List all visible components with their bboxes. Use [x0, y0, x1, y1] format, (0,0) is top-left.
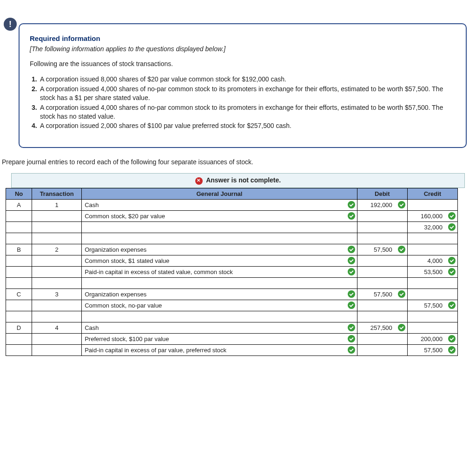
- cell-txn[interactable]: 1: [32, 199, 82, 210]
- cell-no[interactable]: C: [6, 288, 32, 300]
- cell-no[interactable]: D: [6, 322, 32, 333]
- info-item-4: 4. A corporation issued 2,000 shares of …: [32, 121, 456, 130]
- instruction-text: Prepare journal entries to record each o…: [2, 158, 476, 166]
- cell-account[interactable]: Cash: [82, 199, 345, 210]
- cell-credit[interactable]: 57,500: [407, 300, 445, 311]
- table-row: Preferred stock, $100 par value 200,000: [6, 333, 458, 344]
- cell-credit[interactable]: 32,000: [407, 221, 445, 233]
- cell-credit[interactable]: 4,000: [407, 255, 445, 266]
- cell-credit[interactable]: 200,000: [407, 333, 445, 344]
- info-list: 1. A corporation issued 8,000 shares of …: [30, 75, 456, 130]
- table-header-row: No Transaction General Journal Debit Cre…: [6, 188, 458, 199]
- cell-debit[interactable]: 57,500: [357, 244, 395, 255]
- cell-check: [395, 199, 408, 210]
- check-icon: [448, 257, 456, 264]
- cell-account[interactable]: Common stock, $1 stated value: [82, 255, 345, 266]
- cell-txn[interactable]: 3: [32, 288, 82, 300]
- table-row: Paid-in capital in excess of par value, …: [6, 344, 458, 355]
- required-info-box: Required information [The following info…: [19, 23, 467, 148]
- info-item-2: 2. A corporation issued 4,000 shares of …: [32, 85, 456, 102]
- check-icon: [398, 201, 405, 208]
- table-row: Common stock, no-par value 57,500: [6, 300, 458, 311]
- check-icon: [448, 346, 456, 354]
- check-icon: [348, 290, 355, 298]
- cell-credit[interactable]: 57,500: [407, 344, 445, 355]
- check-icon: [348, 335, 355, 342]
- cell-debit[interactable]: 257,500: [357, 322, 395, 333]
- cell-debit[interactable]: 192,000: [357, 199, 395, 210]
- cell-account[interactable]: Common stock, $20 par value: [82, 210, 345, 221]
- check-icon: [348, 302, 355, 309]
- cell-no[interactable]: A: [6, 199, 32, 210]
- check-icon: [348, 257, 355, 264]
- cell-check: [345, 199, 357, 210]
- table-row: Common stock, $1 stated value 4,000: [6, 255, 458, 266]
- cell-account[interactable]: Organization expenses: [82, 244, 345, 255]
- answer-status-bar: Answer is not complete.: [11, 173, 465, 188]
- error-icon: [195, 177, 203, 185]
- table-row: B 2 Organization expenses 57,500: [6, 244, 458, 255]
- table-row: Paid-in capital in excess of stated valu…: [6, 266, 458, 277]
- table-row: Common stock, $20 par value 160,000: [6, 210, 458, 221]
- check-icon: [448, 212, 456, 220]
- check-icon: [348, 246, 355, 253]
- col-debit: Debit: [357, 188, 407, 199]
- table-row: C 3 Organization expenses 57,500: [6, 288, 458, 300]
- table-row-blank: [6, 311, 458, 322]
- table-row-blank: [6, 277, 458, 288]
- alert-icon: !: [4, 18, 17, 31]
- check-icon: [448, 268, 456, 275]
- journal-section: Answer is not complete. No Transaction G…: [6, 173, 470, 355]
- cell-account[interactable]: Organization expenses: [82, 288, 345, 300]
- check-icon: [348, 212, 355, 220]
- table-row-blank: [6, 233, 458, 244]
- cell-txn[interactable]: 2: [32, 244, 82, 255]
- cell-account[interactable]: Common stock, no-par value: [82, 300, 345, 311]
- check-icon: [348, 268, 355, 275]
- cell-credit[interactable]: [407, 199, 445, 210]
- check-icon: [398, 246, 405, 253]
- table-row: A 1 Cash 192,000: [6, 199, 458, 210]
- check-icon: [348, 346, 355, 354]
- info-subtitle: [The following information applies to th…: [30, 45, 456, 53]
- check-icon: [448, 302, 456, 309]
- col-credit: Credit: [407, 188, 457, 199]
- table-row: D 4 Cash 257,500: [6, 322, 458, 333]
- info-item-1: 1. A corporation issued 8,000 shares of …: [32, 75, 456, 84]
- cell-account[interactable]: Paid-in capital in excess of par value, …: [82, 344, 345, 355]
- check-icon: [398, 290, 405, 298]
- check-icon: [448, 223, 456, 231]
- required-info-title: Required information: [30, 34, 456, 42]
- check-icon: [348, 201, 355, 208]
- cell-account[interactable]: Paid-in capital in excess of stated valu…: [82, 266, 345, 277]
- check-icon: [348, 324, 355, 331]
- cell-debit[interactable]: 57,500: [357, 288, 395, 300]
- cell-no[interactable]: B: [6, 244, 32, 255]
- col-no: No: [6, 188, 32, 199]
- cell-account[interactable]: Cash: [82, 322, 345, 333]
- cell-txn[interactable]: 4: [32, 322, 82, 333]
- journal-table: No Transaction General Journal Debit Cre…: [6, 188, 458, 356]
- cell-credit[interactable]: 160,000: [407, 210, 445, 221]
- check-icon: [448, 335, 456, 342]
- col-transaction: Transaction: [32, 188, 82, 199]
- col-general-journal: General Journal: [82, 188, 357, 199]
- page: ! Required information [The following in…: [0, 0, 476, 356]
- check-icon: [398, 324, 405, 331]
- cell-account[interactable]: Preferred stock, $100 par value: [82, 333, 345, 344]
- cell-credit[interactable]: 53,500: [407, 266, 445, 277]
- info-item-3: 3. A corporation issued 4,000 shares of …: [32, 103, 456, 121]
- table-row: 32,000: [6, 221, 458, 233]
- answer-status-text: Answer is not complete.: [206, 176, 281, 184]
- info-intro: Following are the issuances of stock tra…: [30, 60, 456, 67]
